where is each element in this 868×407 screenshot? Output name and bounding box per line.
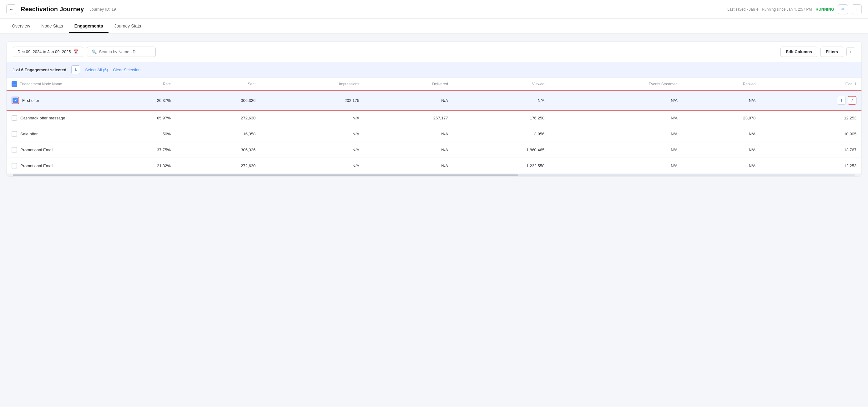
row-viewed: 176,258 (453, 110, 549, 126)
row-checkbox[interactable] (11, 163, 17, 168)
row-goal1: 13,767 (761, 142, 862, 158)
calendar-icon: 📅 (73, 50, 79, 54)
scrollbar-track (13, 175, 855, 176)
row-impressions: N/A (260, 142, 364, 158)
more-icon: ⋮ (855, 7, 859, 11)
row-viewed: 3,956 (453, 126, 549, 142)
row-actions: ⬇ ↗ (766, 96, 857, 105)
row-checkbox[interactable] (11, 115, 17, 121)
row-engagement-name: Promotional Email (20, 148, 54, 152)
col-header-impressions: Impressions (260, 77, 364, 91)
last-saved-meta: Last saved - Jan 4 (727, 7, 758, 11)
back-button[interactable]: ← (6, 4, 16, 14)
row-sent: 306,326 (176, 91, 260, 110)
row-impressions: N/A (260, 126, 364, 142)
row-rate: 65.97% (94, 110, 176, 126)
col-header-name-text: Engagement Node Name (20, 82, 62, 86)
row-checkbox[interactable] (11, 131, 17, 136)
running-since-meta: Running since Jan 4, 2:57 PM (762, 7, 812, 11)
search-input[interactable] (99, 50, 151, 54)
table-row: Cashback offer message 65.97% 272,630 N/… (6, 110, 862, 126)
row-replied: N/A (683, 142, 761, 158)
tabs-bar: Overview Node Stats Engagements Journey … (0, 19, 868, 34)
horizontal-scrollbar[interactable] (6, 174, 862, 176)
row-events-streamed: N/A (549, 110, 683, 126)
col-header-events-streamed: Events Streamed (549, 77, 683, 91)
back-icon: ← (9, 7, 13, 11)
row-goal1: 12,253 (761, 110, 862, 126)
more-options-button[interactable]: ⋮ (852, 4, 862, 14)
download-icon: ⬇ (74, 67, 78, 72)
svg-rect-0 (13, 84, 16, 85)
row-external-link-button[interactable]: ↗ (848, 96, 857, 105)
main-content: Dec 09, 2024 to Jan 09, 2025 📅 🔍 Edit Co… (0, 34, 868, 407)
row-events-streamed: N/A (549, 142, 683, 158)
download-selection-button[interactable]: ⬇ (71, 65, 80, 74)
header-left: ← Reactivation Journey Journey ID: 19 (6, 4, 116, 14)
row-sent: 272,630 (176, 158, 260, 174)
engagements-table: Engagement Node Name Rate Sent Impressio… (6, 77, 862, 174)
row-selected-outline (11, 97, 19, 104)
col-header-name: Engagement Node Name (6, 77, 94, 91)
collapse-panel-button[interactable]: › (846, 48, 855, 56)
row-delivered: N/A (364, 158, 453, 174)
row-name-cell: Cashback offer message (6, 110, 94, 126)
col-header-delivered: Delivered (364, 77, 453, 91)
row-viewed: 1,232,558 (453, 158, 549, 174)
table-row: Sale offer 50% 16,358 N/A N/A 3,956 N/A … (6, 126, 862, 142)
row-name-cell: Promotional Email (6, 158, 94, 174)
filters-button[interactable]: Filters (820, 46, 843, 57)
row-impressions: N/A (260, 110, 364, 126)
engagements-card: Dec 09, 2024 to Jan 09, 2025 📅 🔍 Edit Co… (6, 41, 862, 177)
table-body: First offer 20.37% 306,326 202,175 N/A N… (6, 91, 862, 174)
row-sent: 272,630 (176, 110, 260, 126)
row-goal1: 12,253 (761, 158, 862, 174)
date-range-button[interactable]: Dec 09, 2024 to Jan 09, 2025 📅 (13, 46, 83, 57)
tab-engagements[interactable]: Engagements (69, 20, 109, 33)
row-delivered: N/A (364, 142, 453, 158)
date-range-text: Dec 09, 2024 to Jan 09, 2025 (18, 50, 71, 54)
edit-icon: ✏ (841, 7, 845, 11)
row-sent: 16,358 (176, 126, 260, 142)
clear-selection-link[interactable]: Clear Selection (113, 67, 141, 72)
row-download-button[interactable]: ⬇ (837, 96, 846, 105)
selection-count-text: 1 of 6 Engagement selected (13, 67, 66, 72)
row-replied: 23,078 (683, 110, 761, 126)
row-goal1: 10,905 (761, 126, 862, 142)
row-delivered: N/A (364, 126, 453, 142)
chevron-right-icon: › (850, 50, 851, 54)
row-delivered: N/A (364, 91, 453, 110)
col-header-rate: Rate (94, 77, 176, 91)
select-all-link[interactable]: Select All (6) (85, 67, 108, 72)
row-name-cell: Promotional Email (6, 142, 94, 158)
row-name-cell: Sale offer (6, 126, 94, 142)
edit-columns-button[interactable]: Edit Columns (780, 46, 817, 57)
col-header-replied: Replied (683, 77, 761, 91)
col-header-sent: Sent (176, 77, 260, 91)
tab-journey-stats[interactable]: Journey Stats (108, 20, 147, 33)
row-rate: 50% (94, 126, 176, 142)
row-rate: 21.32% (94, 158, 176, 174)
row-delivered: 267,177 (364, 110, 453, 126)
toolbar-left: Dec 09, 2024 to Jan 09, 2025 📅 🔍 (13, 46, 156, 57)
row-checkbox[interactable] (12, 97, 18, 103)
download-icon: ⬇ (840, 98, 843, 103)
table-wrapper: Engagement Node Name Rate Sent Impressio… (6, 77, 862, 176)
table-row: First offer 20.37% 306,326 202,175 N/A N… (6, 91, 862, 110)
edit-icon-button[interactable]: ✏ (838, 4, 848, 14)
app-header: ← Reactivation Journey Journey ID: 19 La… (0, 0, 868, 19)
header-right: Last saved - Jan 4 Running since Jan 4, … (727, 4, 862, 14)
running-status-badge: RUNNING (816, 7, 835, 11)
row-events-streamed: N/A (549, 91, 683, 110)
row-engagement-name: First offer (22, 98, 39, 103)
tab-node-stats[interactable]: Node Stats (36, 20, 68, 33)
tabs-container: Overview Node Stats Engagements Journey … (6, 20, 147, 33)
row-checkbox[interactable] (11, 147, 17, 153)
row-impressions: N/A (260, 158, 364, 174)
row-viewed: 1,860,465 (453, 142, 549, 158)
row-name-cell: First offer (6, 91, 94, 110)
selection-bar: 1 of 6 Engagement selected ⬇ Select All … (6, 62, 862, 77)
table-row: Promotional Email 37.75% 306,326 N/A N/A… (6, 142, 862, 158)
journey-title: Reactivation Journey (21, 6, 84, 13)
tab-overview[interactable]: Overview (6, 20, 36, 33)
